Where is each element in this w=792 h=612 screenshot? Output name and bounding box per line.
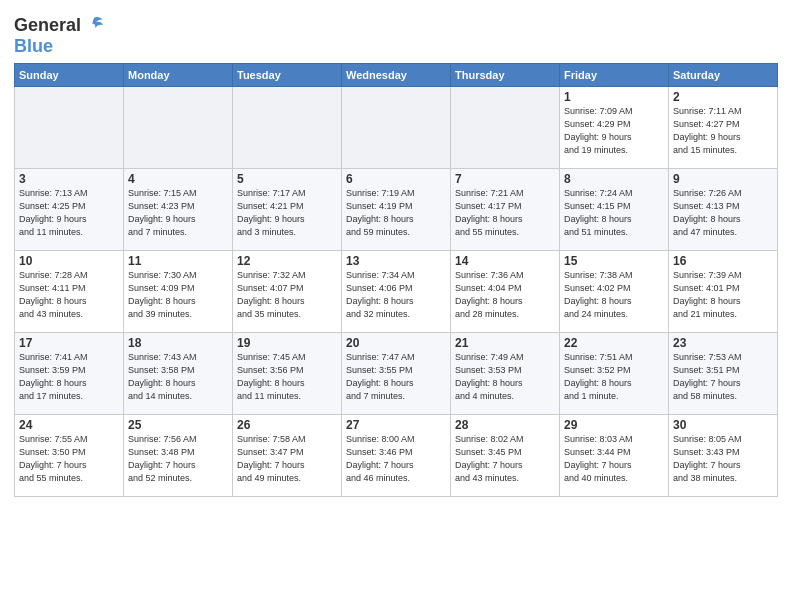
calendar-cell: 7Sunrise: 7:21 AM Sunset: 4:17 PM Daylig… bbox=[451, 169, 560, 251]
logo-blue-text: Blue bbox=[14, 36, 53, 57]
day-number: 4 bbox=[128, 172, 228, 186]
calendar-cell bbox=[342, 87, 451, 169]
week-row-1: 1Sunrise: 7:09 AM Sunset: 4:29 PM Daylig… bbox=[15, 87, 778, 169]
day-info: Sunrise: 8:00 AM Sunset: 3:46 PM Dayligh… bbox=[346, 433, 446, 485]
calendar-cell bbox=[451, 87, 560, 169]
calendar-cell: 1Sunrise: 7:09 AM Sunset: 4:29 PM Daylig… bbox=[560, 87, 669, 169]
week-row-3: 10Sunrise: 7:28 AM Sunset: 4:11 PM Dayli… bbox=[15, 251, 778, 333]
calendar-cell bbox=[15, 87, 124, 169]
calendar-cell bbox=[124, 87, 233, 169]
calendar-cell: 27Sunrise: 8:00 AM Sunset: 3:46 PM Dayli… bbox=[342, 415, 451, 497]
calendar-cell: 28Sunrise: 8:02 AM Sunset: 3:45 PM Dayli… bbox=[451, 415, 560, 497]
calendar-cell: 20Sunrise: 7:47 AM Sunset: 3:55 PM Dayli… bbox=[342, 333, 451, 415]
day-info: Sunrise: 7:24 AM Sunset: 4:15 PM Dayligh… bbox=[564, 187, 664, 239]
calendar-cell: 11Sunrise: 7:30 AM Sunset: 4:09 PM Dayli… bbox=[124, 251, 233, 333]
day-number: 5 bbox=[237, 172, 337, 186]
calendar-cell: 21Sunrise: 7:49 AM Sunset: 3:53 PM Dayli… bbox=[451, 333, 560, 415]
weekday-header-tuesday: Tuesday bbox=[233, 64, 342, 87]
day-info: Sunrise: 7:58 AM Sunset: 3:47 PM Dayligh… bbox=[237, 433, 337, 485]
calendar-cell: 23Sunrise: 7:53 AM Sunset: 3:51 PM Dayli… bbox=[669, 333, 778, 415]
calendar-cell: 30Sunrise: 8:05 AM Sunset: 3:43 PM Dayli… bbox=[669, 415, 778, 497]
day-number: 19 bbox=[237, 336, 337, 350]
day-number: 29 bbox=[564, 418, 664, 432]
day-info: Sunrise: 7:34 AM Sunset: 4:06 PM Dayligh… bbox=[346, 269, 446, 321]
week-row-5: 24Sunrise: 7:55 AM Sunset: 3:50 PM Dayli… bbox=[15, 415, 778, 497]
day-info: Sunrise: 7:26 AM Sunset: 4:13 PM Dayligh… bbox=[673, 187, 773, 239]
calendar-cell: 12Sunrise: 7:32 AM Sunset: 4:07 PM Dayli… bbox=[233, 251, 342, 333]
day-info: Sunrise: 7:21 AM Sunset: 4:17 PM Dayligh… bbox=[455, 187, 555, 239]
day-info: Sunrise: 7:51 AM Sunset: 3:52 PM Dayligh… bbox=[564, 351, 664, 403]
day-info: Sunrise: 7:13 AM Sunset: 4:25 PM Dayligh… bbox=[19, 187, 119, 239]
day-number: 20 bbox=[346, 336, 446, 350]
calendar-cell: 17Sunrise: 7:41 AM Sunset: 3:59 PM Dayli… bbox=[15, 333, 124, 415]
day-info: Sunrise: 8:03 AM Sunset: 3:44 PM Dayligh… bbox=[564, 433, 664, 485]
calendar-cell bbox=[233, 87, 342, 169]
day-number: 16 bbox=[673, 254, 773, 268]
day-info: Sunrise: 7:32 AM Sunset: 4:07 PM Dayligh… bbox=[237, 269, 337, 321]
day-info: Sunrise: 7:55 AM Sunset: 3:50 PM Dayligh… bbox=[19, 433, 119, 485]
calendar-cell: 15Sunrise: 7:38 AM Sunset: 4:02 PM Dayli… bbox=[560, 251, 669, 333]
day-info: Sunrise: 7:47 AM Sunset: 3:55 PM Dayligh… bbox=[346, 351, 446, 403]
day-info: Sunrise: 7:39 AM Sunset: 4:01 PM Dayligh… bbox=[673, 269, 773, 321]
weekday-header-wednesday: Wednesday bbox=[342, 64, 451, 87]
calendar-cell: 19Sunrise: 7:45 AM Sunset: 3:56 PM Dayli… bbox=[233, 333, 342, 415]
day-number: 10 bbox=[19, 254, 119, 268]
day-number: 18 bbox=[128, 336, 228, 350]
day-number: 22 bbox=[564, 336, 664, 350]
day-number: 14 bbox=[455, 254, 555, 268]
calendar-cell: 18Sunrise: 7:43 AM Sunset: 3:58 PM Dayli… bbox=[124, 333, 233, 415]
day-number: 3 bbox=[19, 172, 119, 186]
calendar-cell: 9Sunrise: 7:26 AM Sunset: 4:13 PM Daylig… bbox=[669, 169, 778, 251]
calendar-cell: 5Sunrise: 7:17 AM Sunset: 4:21 PM Daylig… bbox=[233, 169, 342, 251]
calendar-cell: 26Sunrise: 7:58 AM Sunset: 3:47 PM Dayli… bbox=[233, 415, 342, 497]
calendar-cell: 14Sunrise: 7:36 AM Sunset: 4:04 PM Dayli… bbox=[451, 251, 560, 333]
calendar-cell: 29Sunrise: 8:03 AM Sunset: 3:44 PM Dayli… bbox=[560, 415, 669, 497]
day-number: 7 bbox=[455, 172, 555, 186]
day-info: Sunrise: 7:30 AM Sunset: 4:09 PM Dayligh… bbox=[128, 269, 228, 321]
day-number: 1 bbox=[564, 90, 664, 104]
day-number: 21 bbox=[455, 336, 555, 350]
day-info: Sunrise: 7:49 AM Sunset: 3:53 PM Dayligh… bbox=[455, 351, 555, 403]
day-number: 8 bbox=[564, 172, 664, 186]
day-number: 11 bbox=[128, 254, 228, 268]
day-number: 23 bbox=[673, 336, 773, 350]
day-number: 6 bbox=[346, 172, 446, 186]
day-info: Sunrise: 8:05 AM Sunset: 3:43 PM Dayligh… bbox=[673, 433, 773, 485]
logo-bird-icon bbox=[83, 14, 105, 36]
page: { "header": { "logo_general": "General",… bbox=[0, 0, 792, 612]
day-info: Sunrise: 7:38 AM Sunset: 4:02 PM Dayligh… bbox=[564, 269, 664, 321]
day-number: 13 bbox=[346, 254, 446, 268]
day-number: 17 bbox=[19, 336, 119, 350]
day-info: Sunrise: 7:28 AM Sunset: 4:11 PM Dayligh… bbox=[19, 269, 119, 321]
day-number: 12 bbox=[237, 254, 337, 268]
weekday-header-saturday: Saturday bbox=[669, 64, 778, 87]
week-row-2: 3Sunrise: 7:13 AM Sunset: 4:25 PM Daylig… bbox=[15, 169, 778, 251]
calendar-table: SundayMondayTuesdayWednesdayThursdayFrid… bbox=[14, 63, 778, 497]
calendar-cell: 24Sunrise: 7:55 AM Sunset: 3:50 PM Dayli… bbox=[15, 415, 124, 497]
day-info: Sunrise: 7:15 AM Sunset: 4:23 PM Dayligh… bbox=[128, 187, 228, 239]
calendar-cell: 2Sunrise: 7:11 AM Sunset: 4:27 PM Daylig… bbox=[669, 87, 778, 169]
day-info: Sunrise: 7:17 AM Sunset: 4:21 PM Dayligh… bbox=[237, 187, 337, 239]
day-number: 2 bbox=[673, 90, 773, 104]
day-number: 9 bbox=[673, 172, 773, 186]
calendar-cell: 10Sunrise: 7:28 AM Sunset: 4:11 PM Dayli… bbox=[15, 251, 124, 333]
calendar-cell: 4Sunrise: 7:15 AM Sunset: 4:23 PM Daylig… bbox=[124, 169, 233, 251]
day-number: 30 bbox=[673, 418, 773, 432]
calendar-cell: 6Sunrise: 7:19 AM Sunset: 4:19 PM Daylig… bbox=[342, 169, 451, 251]
day-info: Sunrise: 7:19 AM Sunset: 4:19 PM Dayligh… bbox=[346, 187, 446, 239]
logo: General Blue bbox=[14, 14, 105, 57]
weekday-header-monday: Monday bbox=[124, 64, 233, 87]
day-info: Sunrise: 7:56 AM Sunset: 3:48 PM Dayligh… bbox=[128, 433, 228, 485]
day-info: Sunrise: 7:09 AM Sunset: 4:29 PM Dayligh… bbox=[564, 105, 664, 157]
day-info: Sunrise: 7:53 AM Sunset: 3:51 PM Dayligh… bbox=[673, 351, 773, 403]
calendar-cell: 8Sunrise: 7:24 AM Sunset: 4:15 PM Daylig… bbox=[560, 169, 669, 251]
weekday-header-thursday: Thursday bbox=[451, 64, 560, 87]
day-number: 24 bbox=[19, 418, 119, 432]
day-number: 26 bbox=[237, 418, 337, 432]
day-info: Sunrise: 7:43 AM Sunset: 3:58 PM Dayligh… bbox=[128, 351, 228, 403]
day-info: Sunrise: 8:02 AM Sunset: 3:45 PM Dayligh… bbox=[455, 433, 555, 485]
calendar-cell: 25Sunrise: 7:56 AM Sunset: 3:48 PM Dayli… bbox=[124, 415, 233, 497]
calendar-cell: 3Sunrise: 7:13 AM Sunset: 4:25 PM Daylig… bbox=[15, 169, 124, 251]
week-row-4: 17Sunrise: 7:41 AM Sunset: 3:59 PM Dayli… bbox=[15, 333, 778, 415]
day-info: Sunrise: 7:11 AM Sunset: 4:27 PM Dayligh… bbox=[673, 105, 773, 157]
